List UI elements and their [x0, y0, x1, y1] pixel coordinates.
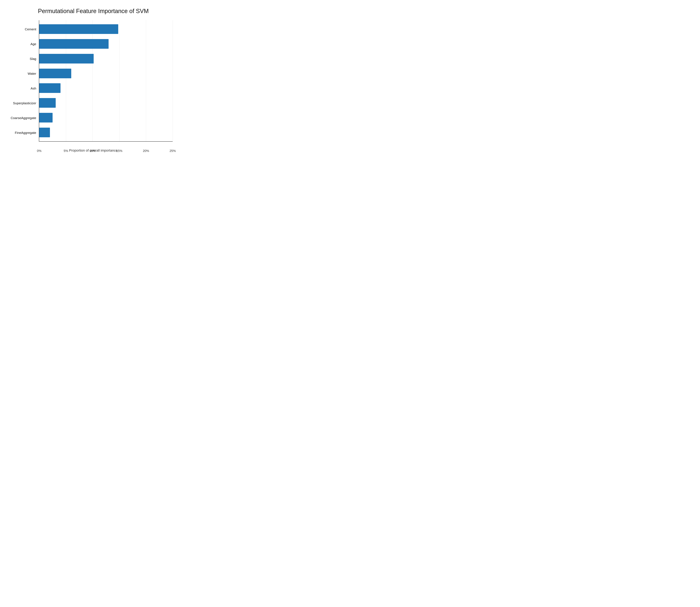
y-label-fineaggregate: FineAggregate — [5, 127, 38, 139]
y-axis-labels: CementAgeSlagWaterAshSuperplasticizerCoa… — [5, 20, 38, 142]
grid-line-5 — [173, 20, 173, 141]
bar-coarseaggregate — [39, 113, 52, 123]
y-label-cement: Cement — [5, 23, 38, 36]
bar-row — [39, 23, 173, 35]
bars-container — [39, 20, 173, 141]
y-label-superplasticizer: Superplasticizer — [5, 97, 38, 109]
bar-ash — [39, 83, 61, 93]
chart-title: Permutational Feature Importance of SVM — [5, 8, 182, 15]
bar-cement — [39, 24, 118, 34]
chart-container: Permutational Feature Importance of SVM … — [5, 5, 182, 157]
y-label-slag: Slag — [5, 53, 38, 65]
bar-row — [39, 126, 173, 139]
y-label-age: Age — [5, 38, 38, 50]
bar-superplasticizer — [39, 98, 56, 108]
chart-area: 0%5%10%15%20%25% — [39, 20, 173, 142]
bar-fineaggregate — [39, 128, 50, 137]
bar-row — [39, 82, 173, 94]
y-label-ash: Ash — [5, 82, 38, 95]
bar-water — [39, 69, 71, 78]
bar-row — [39, 53, 173, 65]
bar-row — [39, 97, 173, 109]
y-label-coarseaggregate: CoarseAggregate — [5, 112, 38, 124]
bar-row — [39, 67, 173, 80]
bar-row — [39, 111, 173, 124]
bar-age — [39, 39, 109, 49]
bar-row — [39, 38, 173, 50]
x-axis-title: Proportion of overall importance — [5, 148, 182, 152]
y-label-water: Water — [5, 67, 38, 80]
bar-slag — [39, 54, 94, 63]
